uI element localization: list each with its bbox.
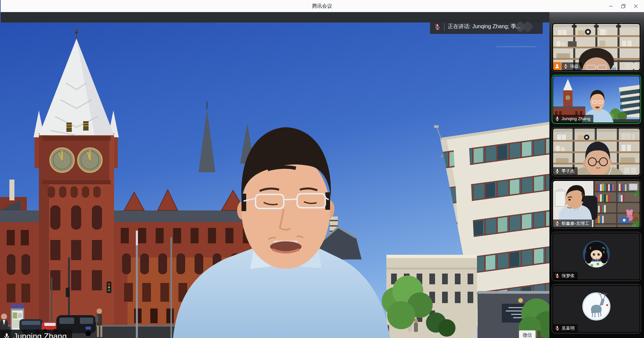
participant-name-chip: 张梦依 <box>553 272 578 280</box>
participant-name-chip: 郁鑫泰-北理工 <box>553 220 592 227</box>
window-controls <box>605 0 642 12</box>
minimize-button[interactable] <box>605 0 617 12</box>
participant-tile-wujiaming[interactable]: 吴嘉明 <box>552 284 641 333</box>
mic-muted-icon <box>434 23 441 30</box>
mic-on-icon <box>555 168 560 174</box>
minimize-icon <box>609 4 613 8</box>
wechat-button[interactable]: 微信 <box>519 330 536 338</box>
wechat-label: 微信 <box>523 332 532 338</box>
background-window-edge <box>0 0 1 22</box>
participant-name-chip: 吴嘉明 <box>553 324 578 332</box>
participant-name: 季子杰 <box>561 168 575 174</box>
main-video-scene <box>0 22 549 338</box>
mic-muted-icon <box>555 221 560 226</box>
close-icon <box>634 4 638 8</box>
participant-tile-junqing-zhang[interactable]: Junqing Zhang <box>552 75 641 124</box>
participant-name-chip: 季子杰 <box>553 167 578 175</box>
participant-name: 张焱 <box>570 63 579 69</box>
participant-tile-yuxintai[interactable]: 郁鑫泰-北理工 <box>552 180 641 229</box>
mic-muted-icon <box>555 326 560 331</box>
indicator-divider <box>444 23 444 31</box>
main-video: Junqing Zhang <box>0 22 549 338</box>
main-speaker-name: Junqing Zhang <box>13 332 67 338</box>
participant-name-chip: Junqing Zhang <box>553 115 593 123</box>
speaking-indicator-text: 正在讲话: Junqing Zhang; 季... <box>448 23 521 30</box>
close-button[interactable] <box>630 0 642 12</box>
participant-tile-zhangyan[interactable]: 张焱 <box>552 22 641 71</box>
host-person-icon <box>554 63 560 69</box>
window-title: 腾讯会议 <box>0 0 644 12</box>
participant-tile-jizijie[interactable]: 季子杰 <box>552 127 641 176</box>
mic-muted-icon <box>555 273 560 278</box>
titlebar: 腾讯会议 <box>0 0 644 12</box>
restore-icon <box>621 4 626 8</box>
participants-sidebar: 张焱 <box>549 12 644 338</box>
mic-on-icon <box>555 116 560 121</box>
participant-name-chip: 张焱 <box>561 62 582 70</box>
participant-name: 郁鑫泰-北理工 <box>561 221 589 227</box>
speaking-indicator: 正在讲话: Junqing Zhang; 季... <box>430 19 543 34</box>
restore-button[interactable] <box>617 0 630 12</box>
participant-tile-zhangmengyi[interactable]: 张梦依 <box>552 232 641 281</box>
participant-name: 张梦依 <box>561 273 575 279</box>
main-speaker-label: Junqing Zhang <box>0 330 72 338</box>
participant-name: 吴嘉明 <box>561 325 575 331</box>
mic-on-icon <box>3 333 10 338</box>
participant-name: Junqing Zhang <box>561 116 590 121</box>
host-badge <box>553 62 561 70</box>
mic-muted-icon <box>563 64 568 69</box>
tencent-meeting-window: 腾讯会议 <box>0 0 644 338</box>
